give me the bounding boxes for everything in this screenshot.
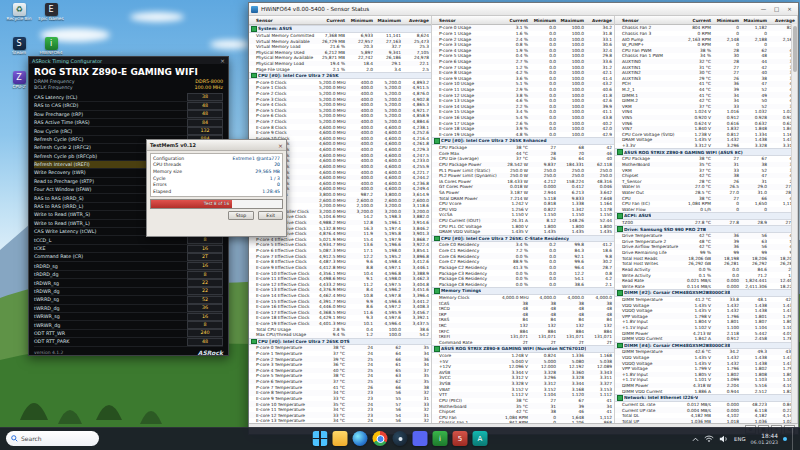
sensor-row[interactable]: E-core 10 Temperature35 °C245733 [249, 401, 431, 407]
sensor-row[interactable]: Package C3 Residency0.0 %0.012.20.8 [432, 270, 614, 276]
asrock-titlebar[interactable]: ASRock Timing Configurator × [29, 57, 228, 64]
close-icon[interactable]: × [220, 57, 225, 64]
sensor-row[interactable]: E-core 15 Usage3.4 %0.0100.041.1 [432, 109, 614, 115]
sensor-row[interactable]: E-core 11 Effective Clock4,498.6 MHz9.14… [249, 276, 431, 282]
sensor-row[interactable]: VIN50.920 V0.9120.9280.920 [615, 115, 797, 121]
sensor-section-header[interactable]: CPU [#0]: Intel Core Ultra 7 265K Enhanc… [432, 137, 614, 145]
sensor-row[interactable]: P-core 1 Temperature37 °C246434 [249, 351, 431, 357]
column-header[interactable]: Minimum [530, 18, 558, 23]
sensor-row[interactable]: Current DL rate0.012 MB/s0.00048.2230.84… [615, 402, 797, 408]
sensor-row[interactable]: +1.1V Input1.102 V1.1001.1041.102 [615, 325, 797, 331]
sensor-row[interactable]: Read Rate0.021 MB/s0.0001,824.44112.408 [615, 278, 797, 284]
column-header[interactable]: Average [769, 18, 797, 23]
sensor-row[interactable]: tRFC884884884884 [432, 328, 614, 334]
sensor-row[interactable]: P-core 6 Clock5,200.0 MHz400.05,200.04,8… [249, 113, 431, 119]
sensor-row[interactable]: GT Cores Power0.018 W0.0000.4120.046 [432, 184, 614, 190]
sensor-row[interactable]: P-core 4 Temperature40 °C256537 [249, 368, 431, 374]
sensor-row[interactable]: Package C2 Residency41.3 %0.096.428.7 [432, 265, 614, 271]
sensor-row[interactable]: Read Activity0.0 %0.084.62.4 [615, 267, 797, 273]
sensor-row[interactable]: AUXTIN131 °C274232 [615, 64, 797, 70]
sensor-row[interactable]: AVSB3.344 V3.3283.3603.343 [432, 370, 614, 376]
sensor-row[interactable]: PL1 Power Limit (Static)250.0 W250.0250.… [432, 167, 614, 173]
sensor-row[interactable]: P-core 0 Temperature38 °C246235 [249, 345, 431, 351]
sensor-row[interactable]: E-core 10 Effective Clock4,356.1 MHz10.4… [249, 270, 431, 276]
sensor-row[interactable]: P-core 7 Usage1.2 %0.0100.031.2 [432, 64, 614, 70]
sensor-row[interactable]: P-core 4 Clock5,200.0 MHz400.05,200.04,8… [249, 102, 431, 108]
scrollbar[interactable] [791, 24, 797, 423]
sensor-row[interactable]: Water Flow0 L/h000 [615, 207, 797, 213]
sensor-row[interactable]: Total DL4,182 MB4,1024,1824,148 [615, 413, 797, 419]
sensor-row[interactable]: Core C0 Residency3.4 %0.299.841.2 [432, 242, 614, 248]
sensor-row[interactable]: DIMM.141 °C344943 [615, 92, 797, 98]
sensor-row[interactable]: VDD Voltage1.435 V1.4321.4381.435 [615, 355, 797, 361]
sensor-row[interactable]: PCH41 °C364741 [615, 81, 797, 87]
sensor-row[interactable]: CPU38 °C276641 [615, 195, 797, 201]
sensor-row[interactable]: 3VSB3.328 V3.3123.3443.327 [432, 381, 614, 387]
column-header[interactable]: Average [403, 18, 431, 23]
sensor-row[interactable]: P-core 6 Temperature37 °C256235 [249, 379, 431, 385]
desktop-icon-recycle[interactable]: ♻Recycle Bin [4, 3, 34, 35]
sensor-section-header[interactable]: CPU [#0]: Intel Core Ultra 7 265K DTS [249, 338, 431, 346]
column-header[interactable]: Sensor [432, 18, 502, 23]
sensor-row[interactable]: E-core 19 Usage4.8 %0.0100.042.9 [432, 132, 614, 138]
sensor-row[interactable]: CPU Fan (EC)1,084 RPM01,6501,113 [615, 201, 797, 207]
sensor-row[interactable]: E-core 9 Temperature33 °C235531 [249, 396, 431, 402]
sensor-row[interactable]: CPU Vcore1.242 V0.8181.3381.164 [432, 201, 614, 207]
sensor-row[interactable]: P-core 0 Clock5,200.0 MHz400.05,200.04,8… [249, 79, 431, 85]
sensor-row[interactable]: Drive Airflow Temperature42 °C365644 [615, 244, 797, 250]
sensor-row[interactable]: AUXTIN329 °C263830 [615, 75, 797, 81]
sensor-row[interactable]: E-core 16 Usage5.4 %0.0100.043.8 [432, 115, 614, 121]
maximize-button[interactable]: □ [770, 4, 783, 14]
sensor-row[interactable]: CPU (PECI)38 °C276741 [432, 398, 614, 404]
sensor-row[interactable]: tREFI131,071131,071131,071131,071 [432, 334, 614, 340]
sensor-row[interactable]: Drive Temperature 248 °C396350 [615, 239, 797, 245]
show-desktop-button[interactable] [792, 428, 796, 450]
sensor-row[interactable]: E-core 17 Usage2.6 %0.0100.040.2 [432, 120, 614, 126]
sensor-row[interactable]: E-core 10 Usage5.1 %0.0100.043.2 [432, 81, 614, 87]
sensor-row[interactable]: PL2 Power Limit (Dynamic)250.0 W250.0250… [432, 173, 614, 179]
sensor-row[interactable]: P-core 7 Effective Clock4,912.5 MHz12.25… [249, 253, 431, 259]
column-header[interactable]: Current [685, 18, 713, 23]
sensor-section-header[interactable]: ASUS ROG STRIX Z890-E GAMING WIFI (ASUS … [615, 148, 797, 156]
sensor-row[interactable]: CPU Package38 °C276741 [615, 156, 797, 162]
sensor-row[interactable]: VIN60.624 V0.6160.6320.624 [615, 120, 797, 126]
sensor-row[interactable]: Package C6 Residency0.0 %0.054.14.2 [432, 276, 614, 282]
column-header[interactable]: Minimum [347, 18, 375, 23]
notification-badge[interactable] [783, 437, 787, 441]
hidden-icons-chevron[interactable] [692, 437, 699, 442]
sensor-row[interactable]: Total Host Writes26,292 GB26,28126,29226… [615, 261, 797, 267]
sensor-row[interactable]: Write Rate0.114 MB/s0.0002,411.30618.224 [615, 283, 797, 289]
sensor-row[interactable]: P-core 6 Effective Clock5,087.3 MHz17.15… [249, 248, 431, 254]
column-header[interactable]: Maximum [375, 18, 403, 23]
sensor-row[interactable]: Command Rate2T2T2T2T [432, 340, 614, 346]
folder-icon[interactable] [333, 431, 348, 446]
sensor-row[interactable]: CPU PLL OC Voltage1.800 V1.8001.8001.800 [432, 223, 614, 229]
sensor-row[interactable]: Total DRAM Power7.214 W5.1189.8337.648 [432, 195, 614, 201]
sensor-row[interactable]: P-core 2 Temperature39 °C256636 [249, 356, 431, 362]
sensor-row[interactable]: CPU Die (average)37 °C266440 [432, 156, 614, 162]
sensor-row[interactable]: E-core 17 Effective Clock4,368.5 MHz11.6… [249, 309, 431, 315]
sensor-row[interactable]: E-core 18 Usage3.9 %0.0100.042.0 [432, 126, 614, 132]
hwinfo-titlebar[interactable]: HWiNFO64 v8.00-5400 - Sensor Status — □ … [249, 3, 798, 16]
search-button[interactable]: Search [6, 431, 99, 446]
sensor-row[interactable]: E-core 19 Effective Clock4,401.3 MHz10.1… [249, 321, 431, 327]
sensor-row[interactable]: T_Sensor28 °C263128 [615, 178, 797, 184]
network-icon[interactable] [704, 435, 714, 443]
sensor-row[interactable]: E-core 11 Usage2.9 %0.0100.040.6 [432, 87, 614, 93]
sensor-row[interactable]: 3VCC3.312 V3.2963.3283.311 [432, 375, 614, 381]
sensor-row[interactable]: Core Max44 °C287046 [432, 150, 614, 156]
sensor-row[interactable]: SA Power3.187 W2.9446.2133.642 [432, 190, 614, 196]
sensor-row[interactable]: P-core 2 Clock5,200.0 MHz400.05,200.04,8… [249, 91, 431, 97]
sensor-section-header[interactable]: DIMM [#2]: Corsair CMH48GX5M2B8000C38 [615, 289, 797, 297]
sensor-row[interactable]: VTT1.112 V1.1041.1201.112 [432, 392, 614, 398]
sensor-row[interactable]: DIMM VDD Current1.886 A0.9442.5121.822 [615, 388, 797, 394]
sensor-row[interactable]: AUXTIN230 °C274031 [615, 70, 797, 76]
sensor-row[interactable]: DIMM Power4.318 W2.2045.5164.102 [615, 383, 797, 389]
sensor-row[interactable]: Core C1 Residency7.2 %0.084.318.6 [432, 248, 614, 254]
sensor-row[interactable]: MotherBoard35 °C313834 [615, 162, 797, 168]
discord-icon[interactable] [413, 431, 428, 446]
sensor-row[interactable]: VBAT3.152 V3.1523.1683.153 [432, 386, 614, 392]
sensor-row[interactable]: E-core 9 Effective Clock4,412.8 MHz8.84,… [249, 265, 431, 271]
column-header[interactable]: Current [502, 18, 530, 23]
sensor-row[interactable]: DIMM VDD Current1.842 A0.9122.4581.786 [615, 336, 797, 342]
